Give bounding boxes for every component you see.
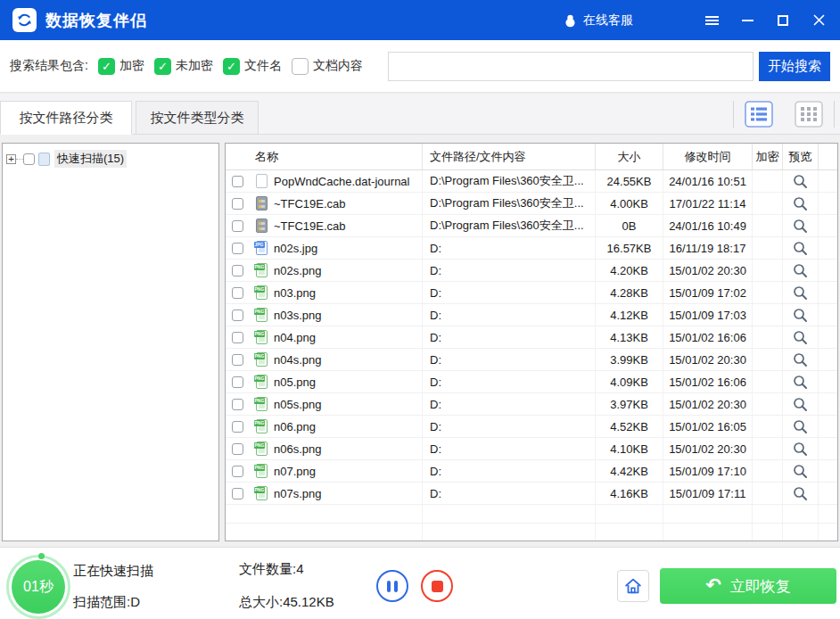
file-size: 4.52KB — [596, 416, 663, 437]
preview-magnifier-icon[interactable] — [793, 330, 808, 345]
search-option-encrypted[interactable]: ✓ 加密 — [98, 58, 144, 75]
table-row[interactable]: PopWndCache.dat-journal D:\Program Files… — [226, 170, 837, 193]
home-button[interactable] — [617, 570, 649, 602]
folder-tree-panel: + 快速扫描(15) — [2, 143, 219, 541]
table-row[interactable]: n06s.png D: 4.10KB 15/01/02 20:30 — [226, 438, 837, 460]
row-checkbox[interactable] — [232, 488, 243, 499]
empty-table-row — [226, 524, 837, 541]
preview-magnifier-icon[interactable] — [793, 486, 808, 501]
search-option-doc-content[interactable]: 文档内容 — [292, 58, 363, 75]
column-header-name[interactable]: 名称 — [226, 144, 423, 169]
preview-magnifier-icon[interactable] — [793, 419, 808, 434]
online-service-button[interactable]: 在线客服 — [564, 12, 633, 29]
table-row[interactable]: ~TFC19E.cab D:\Program Files\360安全卫... 4… — [226, 193, 837, 215]
file-encrypted — [753, 237, 783, 259]
row-checkbox[interactable] — [232, 466, 243, 477]
preview-magnifier-icon[interactable] — [793, 375, 808, 390]
total-size-text: 总大小:45.12KB — [239, 594, 334, 611]
grid-view-icon[interactable] — [795, 101, 823, 128]
checkbox-icon[interactable]: ✓ — [98, 58, 115, 75]
checkbox-icon[interactable]: ✓ — [223, 58, 240, 75]
preview-magnifier-icon[interactable] — [793, 219, 808, 234]
close-icon[interactable] — [810, 12, 828, 29]
row-checkbox[interactable] — [232, 287, 243, 299]
tree-checkbox[interactable] — [23, 153, 35, 165]
tab-by-file-type[interactable]: 按文件类型分类 — [136, 101, 259, 135]
preview-magnifier-icon[interactable] — [793, 263, 808, 278]
file-type-icon — [256, 285, 268, 300]
recover-now-button[interactable]: ↶ 立即恢复 — [660, 568, 836, 604]
table-row[interactable]: ~TFC19E.cab D:\Program Files\360安全卫... 0… — [226, 215, 837, 237]
file-name: n06s.png — [274, 438, 423, 459]
row-checkbox[interactable] — [232, 265, 243, 276]
row-checkbox[interactable] — [232, 310, 243, 321]
row-checkbox[interactable] — [232, 421, 243, 433]
row-checkbox[interactable] — [232, 399, 243, 410]
stop-button[interactable] — [421, 570, 453, 602]
preview-magnifier-icon[interactable] — [793, 352, 808, 367]
start-search-button[interactable]: 开始搜索 — [759, 52, 830, 81]
file-size: 16.57KB — [596, 237, 663, 259]
row-checkbox[interactable] — [232, 243, 243, 254]
search-input[interactable] — [388, 52, 754, 81]
file-mtime: 15/01/09 17:11 — [663, 483, 753, 504]
row-checkbox[interactable] — [232, 332, 243, 343]
preview-magnifier-icon[interactable] — [793, 308, 808, 323]
file-path: D: — [423, 282, 596, 303]
table-row[interactable]: n06.png D: 4.52KB 15/01/02 16:05 — [226, 416, 837, 438]
column-header-mtime[interactable]: 修改时间 — [663, 144, 753, 169]
file-path: D: — [423, 483, 596, 504]
tree-item-quick-scan[interactable]: + 快速扫描(15) — [6, 150, 215, 168]
row-checkbox[interactable] — [232, 220, 243, 232]
preview-magnifier-icon[interactable] — [793, 464, 808, 479]
column-header-size[interactable]: 大小 — [596, 144, 663, 169]
checkbox-icon[interactable]: ✓ — [154, 58, 171, 75]
file-mtime: 24/01/16 10:49 — [663, 215, 753, 236]
preview-magnifier-icon[interactable] — [793, 442, 808, 457]
row-checkbox[interactable] — [232, 443, 243, 455]
table-row[interactable]: n07.png D: 4.42KB 15/01/09 17:10 — [226, 460, 837, 483]
row-checkbox[interactable] — [232, 198, 243, 210]
file-encrypted — [753, 282, 783, 303]
table-row[interactable]: n03.png D: 4.28KB 15/01/09 17:02 — [226, 282, 837, 304]
file-size: 4.28KB — [596, 282, 663, 303]
search-option-unencrypted[interactable]: ✓ 未加密 — [154, 58, 213, 75]
search-option-label: 文档内容 — [313, 58, 363, 74]
table-row[interactable]: n05.png D: 4.09KB 15/01/02 16:06 — [226, 371, 837, 393]
file-mtime: 15/01/02 16:05 — [663, 416, 753, 437]
search-option-filename[interactable]: ✓ 文件名 — [223, 58, 282, 75]
table-row[interactable]: n04s.png D: 3.99KB 15/01/02 20:30 — [226, 349, 837, 371]
row-checkbox[interactable] — [232, 354, 243, 366]
table-row[interactable]: n03s.png D: 4.12KB 15/01/09 17:03 — [226, 304, 837, 326]
table-row[interactable]: n07s.png D: 4.16KB 15/01/09 17:11 — [226, 483, 837, 505]
maximize-icon[interactable] — [774, 12, 792, 29]
minimize-icon[interactable] — [738, 12, 756, 29]
row-checkbox[interactable] — [232, 376, 243, 388]
column-header-path[interactable]: 文件路径/文件内容 — [423, 144, 596, 169]
file-mtime: 15/01/02 20:30 — [663, 349, 753, 370]
column-header-preview[interactable]: 预览 — [783, 144, 819, 169]
file-table-body: PopWndCache.dat-journal D:\Program Files… — [226, 170, 837, 541]
file-encrypted — [753, 371, 783, 392]
table-row[interactable]: n02s.jpg D: 16.57KB 16/11/19 18:17 — [226, 237, 837, 260]
preview-magnifier-icon[interactable] — [793, 241, 808, 256]
scan-timer: 01秒 — [6, 555, 70, 619]
pause-button[interactable] — [376, 570, 408, 602]
preview-magnifier-icon[interactable] — [793, 285, 808, 301]
menu-icon[interactable] — [703, 12, 721, 29]
list-view-icon[interactable] — [745, 101, 773, 128]
row-checkbox[interactable] — [232, 176, 243, 187]
tree-expander-icon[interactable]: + — [6, 154, 16, 164]
preview-magnifier-icon[interactable] — [793, 397, 808, 412]
file-name: n04.png — [274, 326, 423, 348]
table-row[interactable]: n04.png D: 4.13KB 15/01/02 16:06 — [226, 326, 837, 349]
table-row[interactable]: n02s.png D: 4.20KB 15/01/02 20:30 — [226, 260, 837, 282]
preview-magnifier-icon[interactable] — [793, 196, 808, 211]
checkbox-icon[interactable] — [292, 58, 309, 75]
tab-by-file-path[interactable]: 按文件路径分类 — [0, 101, 132, 135]
column-header-encrypted[interactable]: 加密 — [753, 144, 783, 169]
table-row[interactable]: n05s.png D: 3.97KB 15/01/02 20:30 — [226, 393, 837, 416]
scrollbar-track[interactable] — [819, 144, 837, 169]
preview-magnifier-icon[interactable] — [793, 174, 808, 189]
file-encrypted — [753, 460, 783, 482]
